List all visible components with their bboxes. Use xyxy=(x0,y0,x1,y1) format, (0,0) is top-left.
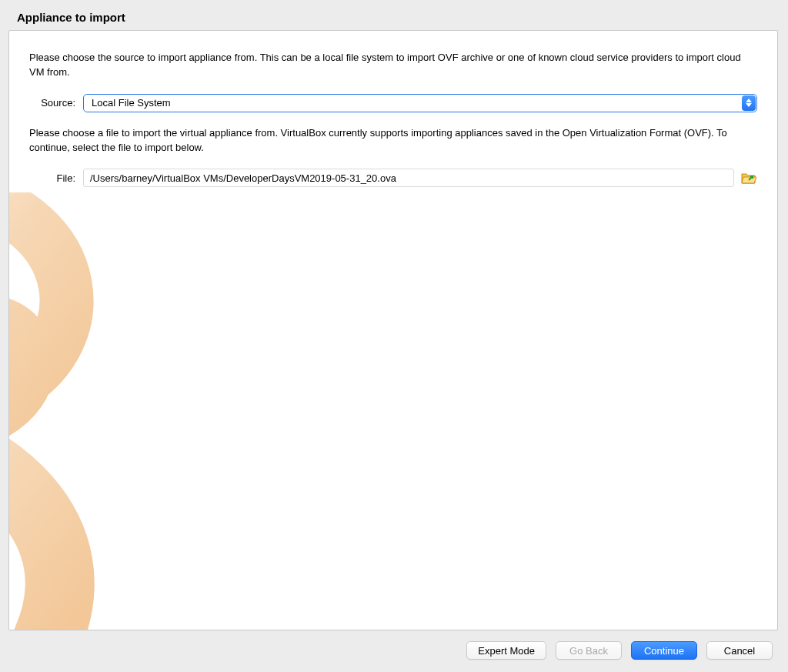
folder-open-icon xyxy=(741,171,756,185)
cancel-button[interactable]: Cancel xyxy=(706,641,773,660)
import-panel: Please choose the source to import appli… xyxy=(8,30,778,630)
source-label: Source: xyxy=(29,97,83,109)
file-path-value: /Users/barney/VirtualBox VMs/DeveloperDa… xyxy=(90,172,396,184)
button-bar: Expert Mode Go Back Continue Cancel xyxy=(466,641,773,660)
browse-button[interactable] xyxy=(740,170,757,186)
intro-text: Please choose the source to import appli… xyxy=(29,51,757,80)
file-intro-text: Please choose a file to import the virtu… xyxy=(29,126,757,155)
source-row: Source: Local File System xyxy=(29,94,757,112)
file-row: File: /Users/barney/VirtualBox VMs/Devel… xyxy=(29,169,757,187)
file-path-input[interactable]: /Users/barney/VirtualBox VMs/DeveloperDa… xyxy=(83,169,734,187)
go-back-button: Go Back xyxy=(556,641,622,660)
expert-mode-button[interactable]: Expert Mode xyxy=(466,641,546,660)
file-label: File: xyxy=(29,172,83,184)
continue-button[interactable]: Continue xyxy=(631,641,697,660)
background-ornament xyxy=(8,192,171,630)
source-select[interactable]: Local File System xyxy=(83,94,757,112)
page-title: Appliance to import xyxy=(0,0,788,30)
dropdown-arrows-icon xyxy=(742,95,756,111)
source-value: Local File System xyxy=(92,97,171,109)
